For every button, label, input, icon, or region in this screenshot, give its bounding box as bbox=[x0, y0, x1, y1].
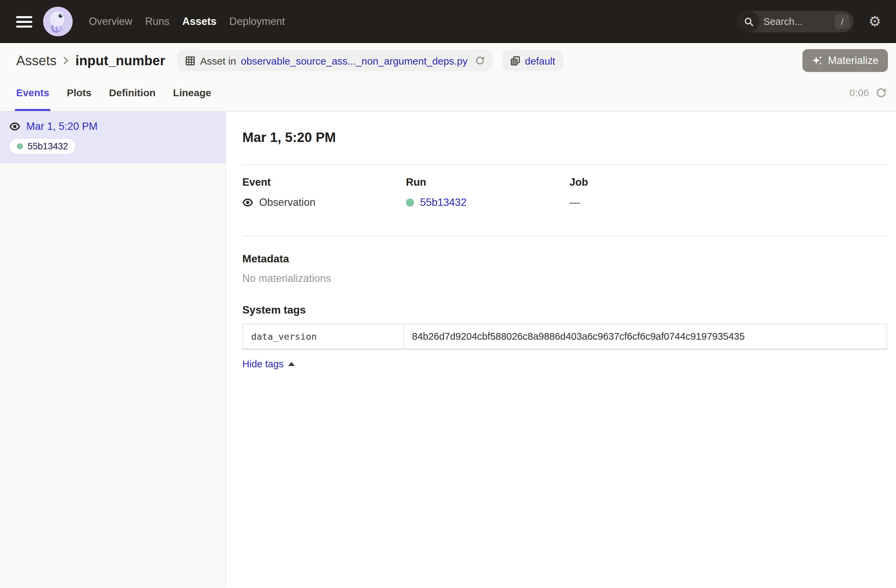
chevron-right-icon bbox=[62, 56, 69, 65]
divider bbox=[242, 236, 887, 236]
materialize-label: Materialize bbox=[828, 55, 879, 67]
tag-key-cell: data_version bbox=[243, 324, 404, 348]
menu-icon[interactable] bbox=[16, 16, 32, 27]
event-detail-title: Mar 1, 5:20 PM bbox=[242, 130, 887, 144]
event-date-link: Mar 1, 5:20 PM bbox=[26, 120, 98, 132]
dagster-app: Overview Runs Assets Deployment / ⚙ Asse… bbox=[0, 0, 896, 588]
tag-value-cell: 84b26d7d9204cbf588026c8a9886d403a6c9637c… bbox=[404, 324, 887, 348]
event-summary-grid: Event Observation Run 55b13432 bbox=[242, 176, 887, 208]
run-chip[interactable]: 55b13432 bbox=[9, 138, 75, 154]
system-tags-heading: System tags bbox=[242, 304, 887, 316]
search-icon bbox=[738, 11, 759, 32]
asset-table-icon bbox=[186, 56, 195, 65]
run-id-link[interactable]: 55b13432 bbox=[420, 196, 466, 208]
tabs-bar: Events Plots Definition Lineage 0:06 bbox=[0, 74, 896, 112]
repository-icon bbox=[510, 56, 520, 65]
event-type-value: Observation bbox=[259, 196, 315, 208]
metadata-empty-text: No materializations bbox=[242, 272, 887, 284]
run-status-dot bbox=[406, 199, 414, 207]
nav-item-assets[interactable]: Assets bbox=[183, 0, 217, 43]
refresh-icon[interactable] bbox=[876, 87, 887, 98]
content: Mar 1, 5:20 PM 55b13432 Mar 1, 5:20 PM E… bbox=[0, 112, 896, 587]
dagster-logo-icon[interactable] bbox=[43, 7, 73, 36]
nav-item-deployment[interactable]: Deployment bbox=[229, 0, 285, 43]
run-chip-id: 55b13432 bbox=[27, 141, 68, 151]
job-column-label: Job bbox=[570, 176, 887, 188]
asset-header: Assets input_number Asset in observable_… bbox=[0, 43, 896, 74]
observation-eye-icon bbox=[242, 197, 253, 208]
event-column-label: Event bbox=[242, 176, 406, 188]
page-title: input_number bbox=[75, 53, 165, 68]
run-column-label: Run bbox=[406, 176, 570, 188]
metadata-heading: Metadata bbox=[242, 253, 887, 265]
breadcrumb-assets-link[interactable]: Assets bbox=[16, 53, 56, 68]
event-detail-panel: Mar 1, 5:20 PM Event Observation Run bbox=[226, 112, 896, 587]
hide-tags-link[interactable]: Hide tags bbox=[242, 359, 295, 369]
search-input[interactable] bbox=[759, 16, 835, 27]
run-status-dot bbox=[17, 143, 23, 149]
tab-events[interactable]: Events bbox=[16, 74, 49, 111]
tab-lineage[interactable]: Lineage bbox=[173, 74, 211, 111]
top-nav: Overview Runs Assets Deployment / ⚙ bbox=[0, 0, 896, 43]
tab-plots[interactable]: Plots bbox=[67, 74, 91, 111]
event-list-sidebar: Mar 1, 5:20 PM 55b13432 bbox=[0, 112, 226, 587]
asset-file-link[interactable]: observable_source_ass..._non_argument_de… bbox=[241, 55, 468, 66]
event-list-item-selected[interactable]: Mar 1, 5:20 PM 55b13432 bbox=[0, 112, 226, 164]
hide-tags-label: Hide tags bbox=[242, 359, 284, 369]
refresh-countdown: 0:06 bbox=[850, 87, 869, 98]
repo-default-link[interactable]: default bbox=[525, 55, 555, 66]
repo-pill: default bbox=[502, 50, 563, 71]
job-empty-value: — bbox=[570, 196, 580, 208]
caret-up-icon bbox=[288, 362, 295, 366]
search-shortcut-badge: / bbox=[835, 14, 850, 29]
system-tags-table: data_version 84b26d7d9204cbf588026c8a988… bbox=[242, 324, 887, 350]
nav-links: Overview Runs Assets Deployment bbox=[89, 0, 285, 43]
reload-location-icon[interactable] bbox=[475, 56, 485, 65]
sparkles-icon bbox=[812, 55, 823, 66]
tab-definition[interactable]: Definition bbox=[109, 74, 155, 111]
nav-item-overview[interactable]: Overview bbox=[89, 0, 132, 43]
divider bbox=[242, 164, 887, 165]
search-box[interactable]: / bbox=[738, 11, 853, 32]
gear-icon[interactable]: ⚙ bbox=[869, 14, 881, 29]
asset-in-label: Asset in bbox=[200, 55, 236, 66]
nav-item-runs[interactable]: Runs bbox=[145, 0, 169, 43]
asset-location-pill: Asset in observable_source_ass..._non_ar… bbox=[177, 50, 493, 71]
materialize-button[interactable]: Materialize bbox=[802, 49, 888, 72]
observation-eye-icon bbox=[9, 121, 20, 132]
